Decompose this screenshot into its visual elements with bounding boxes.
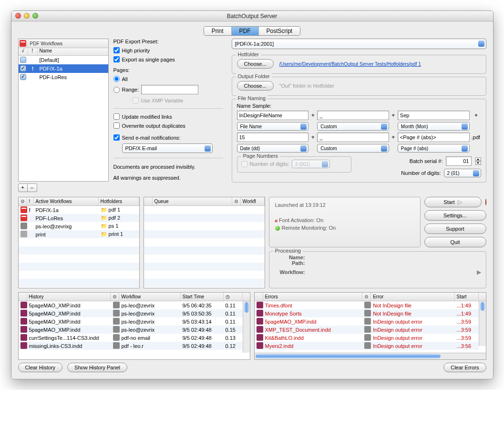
col-error[interactable]: Error (371, 293, 454, 301)
choose-output-button[interactable]: Choose... (237, 81, 274, 91)
name-field-6[interactable] (398, 132, 470, 142)
workflow-row[interactable]: [Default] (19, 56, 108, 64)
zoom-icon[interactable] (32, 13, 38, 19)
table-row[interactable]: 5pageMAO_XMP.indd ps-leo@zevrix 9/5 02:4… (19, 326, 243, 334)
workflow-row[interactable]: ! PDF/X-1a (19, 64, 108, 73)
col-enabled[interactable]: √ (19, 48, 28, 55)
wf-icon (364, 310, 371, 316)
table-row[interactable]: 5pageMAO_XMP.indd ps-leo@zevrix 9/5 06:4… (19, 301, 243, 309)
table-row[interactable]: print 📁 print 1 (19, 230, 139, 238)
clear-errors-button[interactable]: Clear Errors (443, 363, 486, 372)
name-select-1[interactable]: File Name (237, 122, 309, 131)
settings-button[interactable]: Settings... (424, 210, 486, 221)
enable-checkbox[interactable] (20, 74, 26, 80)
table-row[interactable]: 5pageMAO_XMP.indd InDesign output error … (255, 317, 479, 326)
col-alert[interactable]: ! (27, 197, 34, 205)
history-scrollbar[interactable] (243, 301, 250, 353)
name-field-4[interactable] (237, 132, 309, 142)
close-icon[interactable] (15, 13, 21, 19)
name-select-4[interactable]: Date (dd) (237, 144, 309, 153)
start-button[interactable]: Start ▷ (424, 197, 482, 207)
tab-postscript[interactable]: PostScript (259, 27, 300, 35)
table-row[interactable]: Kit&BathLO.indd InDesign output error ..… (255, 334, 479, 342)
email-preset-select[interactable]: PDF/X E-mail (122, 143, 213, 153)
table-row[interactable]: missingLinks-CS3.indd pdf - leo.r 9/5 02… (19, 342, 243, 350)
batch-serial-stepper[interactable]: ▲▼ (475, 157, 481, 165)
remove-workflow-button[interactable]: – (28, 183, 37, 192)
col-history[interactable]: History (27, 293, 111, 301)
errors-scrollbar[interactable] (479, 301, 486, 346)
indd-icon (21, 318, 27, 325)
wf-icon (364, 302, 371, 308)
add-workflow-button[interactable]: + (18, 183, 28, 192)
wf-icon (113, 334, 120, 341)
quit-button[interactable]: Quit (424, 237, 486, 247)
table-row[interactable]: PDF-LoRes 📁 pdf 2 (19, 214, 139, 222)
col-name[interactable]: Name (38, 48, 108, 55)
hotfolder-path[interactable]: /Users/me/Development/BatchOutput Server… (279, 61, 421, 67)
table-row[interactable]: Monotype Sorts Not InDesign file ...1:49 (255, 309, 479, 317)
table-row[interactable]: Myers2.indd InDesign output error ...3:5… (255, 342, 479, 350)
update-links-checkbox[interactable] (113, 113, 120, 120)
name-select-3[interactable]: Month (Mon) (398, 122, 470, 131)
table-row[interactable]: 5pageMAO_XMP.indd ps-leo@zevrix 9/5 03:5… (19, 309, 243, 317)
table-row[interactable]: 5pageMAO_XMP.indd ps-leo@zevrix 9/5 03:4… (19, 317, 243, 326)
clear-history-button[interactable]: Clear History (18, 363, 63, 372)
col-workflow[interactable]: Workfl (241, 197, 265, 205)
enable-checkbox[interactable] (20, 65, 26, 71)
col-active-workflows[interactable]: Active Workflows (34, 197, 99, 205)
tab-pdf[interactable]: PDF (232, 27, 259, 35)
num-digits-select[interactable]: 2 (01) (444, 169, 481, 177)
errors-hscrollbar[interactable] (255, 353, 486, 359)
workflow-row[interactable]: PDF-LoRes (19, 73, 108, 82)
workflow-list: PDF Workflows √ ! Name [Default] ! (18, 39, 109, 182)
pages-range-input[interactable] (141, 85, 198, 94)
plus-icon: + (310, 134, 315, 141)
tab-print[interactable]: Print (204, 27, 232, 35)
col-gear[interactable] (111, 293, 119, 301)
disclosure-icon[interactable]: ▶ (477, 269, 481, 275)
minimize-icon[interactable] (24, 13, 30, 19)
update-links-label: Update modified links (122, 114, 172, 120)
indd-icon (21, 334, 27, 341)
pages-all-radio[interactable] (113, 76, 120, 82)
col-gear[interactable] (19, 197, 27, 205)
gear-icon (113, 294, 117, 299)
workflow-list-title: PDF Workflows (28, 39, 108, 48)
col-gear[interactable] (362, 293, 371, 301)
table-row[interactable]: ps-leo@zevrixg 📁 ps 1 (19, 222, 139, 230)
name-field-2[interactable] (317, 111, 389, 120)
overwrite-checkbox[interactable] (113, 122, 120, 129)
name-field-5[interactable] (317, 132, 389, 142)
table-row[interactable]: ! PDF/X-1a 📁 pdf 1 (19, 206, 139, 214)
col-hotfolders[interactable]: Hotfolders (99, 197, 139, 205)
col-errors[interactable]: Errors (263, 293, 363, 301)
enable-checkbox[interactable] (20, 57, 26, 63)
name-field-1[interactable] (237, 111, 309, 120)
pdf-preset-select[interactable]: [PDF/X-1a:2001] (232, 39, 486, 49)
col-queue[interactable]: Queue (153, 197, 232, 205)
table-row[interactable]: XMP_TEST_Document.indd InDesign output e… (255, 326, 479, 334)
support-button[interactable]: Support (424, 224, 486, 234)
name-field-3[interactable] (398, 111, 470, 120)
choose-hotfolder-button[interactable]: Choose... (237, 59, 274, 69)
table-row[interactable]: Times.dfont Not InDesign file ...1:49 (255, 301, 479, 309)
table-row[interactable]: currSettingsTe...114-CS3.indd pdf-no ema… (19, 334, 243, 342)
pages-range-radio[interactable] (113, 87, 120, 93)
name-select-5[interactable]: Custom (317, 144, 389, 153)
pdf-icon (21, 206, 27, 213)
single-pages-checkbox[interactable] (113, 56, 120, 62)
col-start[interactable]: Start (455, 293, 479, 301)
col-start-time[interactable]: Start Time (181, 293, 224, 301)
batch-serial-input[interactable] (446, 156, 472, 166)
file-ext: .pdf (472, 134, 481, 140)
show-history-panel-button[interactable]: Show History Panel (67, 363, 127, 372)
high-priority-checkbox[interactable] (113, 47, 120, 53)
col-alert[interactable]: ! (28, 48, 38, 55)
send-email-checkbox[interactable] (113, 134, 120, 141)
name-select-6[interactable]: Page # (abs) (398, 144, 470, 153)
col-workflow[interactable]: Workflow (119, 293, 180, 301)
name-select-2[interactable]: Custom (317, 122, 389, 131)
col-duration[interactable]: ◷ (224, 293, 243, 301)
col-gear[interactable] (232, 197, 241, 205)
